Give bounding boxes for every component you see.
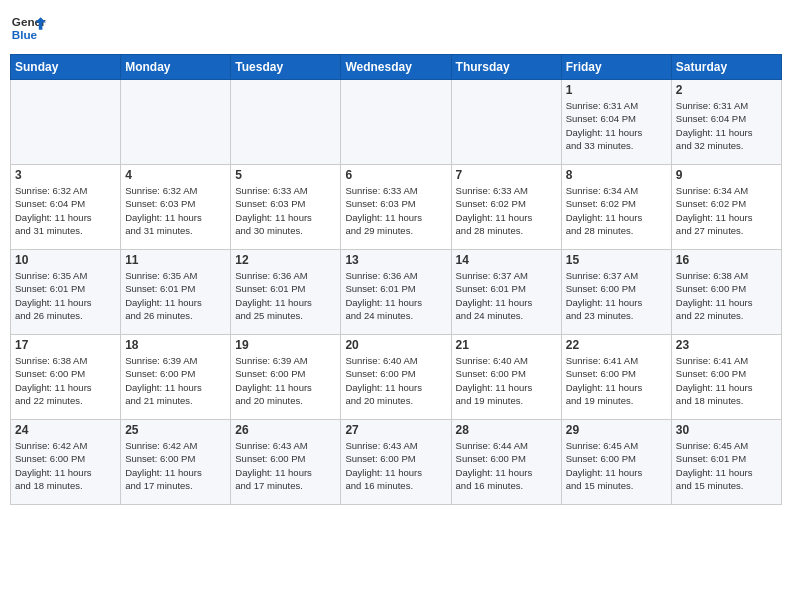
day-info: Sunrise: 6:32 AM Sunset: 6:03 PM Dayligh… [125, 184, 226, 237]
day-info: Sunrise: 6:42 AM Sunset: 6:00 PM Dayligh… [125, 439, 226, 492]
calendar-cell: 20Sunrise: 6:40 AM Sunset: 6:00 PM Dayli… [341, 335, 451, 420]
day-number: 8 [566, 168, 667, 182]
day-info: Sunrise: 6:35 AM Sunset: 6:01 PM Dayligh… [125, 269, 226, 322]
weekday-saturday: Saturday [671, 55, 781, 80]
calendar-cell: 6Sunrise: 6:33 AM Sunset: 6:03 PM Daylig… [341, 165, 451, 250]
calendar-cell: 24Sunrise: 6:42 AM Sunset: 6:00 PM Dayli… [11, 420, 121, 505]
calendar-cell: 11Sunrise: 6:35 AM Sunset: 6:01 PM Dayli… [121, 250, 231, 335]
calendar-cell: 26Sunrise: 6:43 AM Sunset: 6:00 PM Dayli… [231, 420, 341, 505]
day-info: Sunrise: 6:41 AM Sunset: 6:00 PM Dayligh… [676, 354, 777, 407]
page-header: General Blue [10, 10, 782, 46]
day-info: Sunrise: 6:40 AM Sunset: 6:00 PM Dayligh… [345, 354, 446, 407]
day-number: 18 [125, 338, 226, 352]
calendar-cell: 30Sunrise: 6:45 AM Sunset: 6:01 PM Dayli… [671, 420, 781, 505]
weekday-friday: Friday [561, 55, 671, 80]
calendar-cell: 9Sunrise: 6:34 AM Sunset: 6:02 PM Daylig… [671, 165, 781, 250]
calendar-cell: 23Sunrise: 6:41 AM Sunset: 6:00 PM Dayli… [671, 335, 781, 420]
day-info: Sunrise: 6:39 AM Sunset: 6:00 PM Dayligh… [235, 354, 336, 407]
calendar-cell: 15Sunrise: 6:37 AM Sunset: 6:00 PM Dayli… [561, 250, 671, 335]
day-number: 28 [456, 423, 557, 437]
calendar-cell: 25Sunrise: 6:42 AM Sunset: 6:00 PM Dayli… [121, 420, 231, 505]
day-number: 4 [125, 168, 226, 182]
week-row-1: 1Sunrise: 6:31 AM Sunset: 6:04 PM Daylig… [11, 80, 782, 165]
calendar-cell [341, 80, 451, 165]
day-number: 10 [15, 253, 116, 267]
day-number: 3 [15, 168, 116, 182]
day-number: 26 [235, 423, 336, 437]
day-number: 23 [676, 338, 777, 352]
weekday-thursday: Thursday [451, 55, 561, 80]
weekday-sunday: Sunday [11, 55, 121, 80]
calendar-cell: 21Sunrise: 6:40 AM Sunset: 6:00 PM Dayli… [451, 335, 561, 420]
day-info: Sunrise: 6:33 AM Sunset: 6:03 PM Dayligh… [235, 184, 336, 237]
day-info: Sunrise: 6:38 AM Sunset: 6:00 PM Dayligh… [15, 354, 116, 407]
day-number: 19 [235, 338, 336, 352]
day-info: Sunrise: 6:33 AM Sunset: 6:03 PM Dayligh… [345, 184, 446, 237]
day-number: 17 [15, 338, 116, 352]
day-info: Sunrise: 6:36 AM Sunset: 6:01 PM Dayligh… [345, 269, 446, 322]
calendar-table: SundayMondayTuesdayWednesdayThursdayFrid… [10, 54, 782, 505]
calendar-cell: 10Sunrise: 6:35 AM Sunset: 6:01 PM Dayli… [11, 250, 121, 335]
day-info: Sunrise: 6:40 AM Sunset: 6:00 PM Dayligh… [456, 354, 557, 407]
calendar-cell: 27Sunrise: 6:43 AM Sunset: 6:00 PM Dayli… [341, 420, 451, 505]
calendar-cell: 13Sunrise: 6:36 AM Sunset: 6:01 PM Dayli… [341, 250, 451, 335]
calendar-cell: 3Sunrise: 6:32 AM Sunset: 6:04 PM Daylig… [11, 165, 121, 250]
day-number: 30 [676, 423, 777, 437]
calendar-cell: 29Sunrise: 6:45 AM Sunset: 6:00 PM Dayli… [561, 420, 671, 505]
day-number: 9 [676, 168, 777, 182]
day-info: Sunrise: 6:38 AM Sunset: 6:00 PM Dayligh… [676, 269, 777, 322]
day-info: Sunrise: 6:45 AM Sunset: 6:00 PM Dayligh… [566, 439, 667, 492]
calendar-cell: 22Sunrise: 6:41 AM Sunset: 6:00 PM Dayli… [561, 335, 671, 420]
day-info: Sunrise: 6:37 AM Sunset: 6:01 PM Dayligh… [456, 269, 557, 322]
week-row-2: 3Sunrise: 6:32 AM Sunset: 6:04 PM Daylig… [11, 165, 782, 250]
logo-icon: General Blue [10, 10, 46, 46]
calendar-body: 1Sunrise: 6:31 AM Sunset: 6:04 PM Daylig… [11, 80, 782, 505]
calendar-cell: 2Sunrise: 6:31 AM Sunset: 6:04 PM Daylig… [671, 80, 781, 165]
day-number: 14 [456, 253, 557, 267]
day-info: Sunrise: 6:43 AM Sunset: 6:00 PM Dayligh… [235, 439, 336, 492]
week-row-4: 17Sunrise: 6:38 AM Sunset: 6:00 PM Dayli… [11, 335, 782, 420]
calendar-cell [231, 80, 341, 165]
day-info: Sunrise: 6:39 AM Sunset: 6:00 PM Dayligh… [125, 354, 226, 407]
calendar-cell [451, 80, 561, 165]
day-number: 20 [345, 338, 446, 352]
day-info: Sunrise: 6:36 AM Sunset: 6:01 PM Dayligh… [235, 269, 336, 322]
weekday-wednesday: Wednesday [341, 55, 451, 80]
day-info: Sunrise: 6:32 AM Sunset: 6:04 PM Dayligh… [15, 184, 116, 237]
day-number: 21 [456, 338, 557, 352]
weekday-tuesday: Tuesday [231, 55, 341, 80]
day-info: Sunrise: 6:34 AM Sunset: 6:02 PM Dayligh… [676, 184, 777, 237]
day-info: Sunrise: 6:43 AM Sunset: 6:00 PM Dayligh… [345, 439, 446, 492]
day-info: Sunrise: 6:31 AM Sunset: 6:04 PM Dayligh… [676, 99, 777, 152]
day-info: Sunrise: 6:44 AM Sunset: 6:00 PM Dayligh… [456, 439, 557, 492]
calendar-cell: 8Sunrise: 6:34 AM Sunset: 6:02 PM Daylig… [561, 165, 671, 250]
day-number: 1 [566, 83, 667, 97]
calendar-cell: 14Sunrise: 6:37 AM Sunset: 6:01 PM Dayli… [451, 250, 561, 335]
week-row-3: 10Sunrise: 6:35 AM Sunset: 6:01 PM Dayli… [11, 250, 782, 335]
day-number: 15 [566, 253, 667, 267]
calendar-cell: 17Sunrise: 6:38 AM Sunset: 6:00 PM Dayli… [11, 335, 121, 420]
day-number: 24 [15, 423, 116, 437]
day-number: 22 [566, 338, 667, 352]
calendar-cell: 5Sunrise: 6:33 AM Sunset: 6:03 PM Daylig… [231, 165, 341, 250]
day-number: 13 [345, 253, 446, 267]
day-number: 7 [456, 168, 557, 182]
day-number: 6 [345, 168, 446, 182]
calendar-cell: 1Sunrise: 6:31 AM Sunset: 6:04 PM Daylig… [561, 80, 671, 165]
calendar-cell: 18Sunrise: 6:39 AM Sunset: 6:00 PM Dayli… [121, 335, 231, 420]
day-info: Sunrise: 6:31 AM Sunset: 6:04 PM Dayligh… [566, 99, 667, 152]
calendar-cell: 28Sunrise: 6:44 AM Sunset: 6:00 PM Dayli… [451, 420, 561, 505]
calendar-cell: 19Sunrise: 6:39 AM Sunset: 6:00 PM Dayli… [231, 335, 341, 420]
day-number: 2 [676, 83, 777, 97]
logo: General Blue [10, 10, 46, 46]
day-info: Sunrise: 6:34 AM Sunset: 6:02 PM Dayligh… [566, 184, 667, 237]
day-number: 11 [125, 253, 226, 267]
day-info: Sunrise: 6:41 AM Sunset: 6:00 PM Dayligh… [566, 354, 667, 407]
svg-text:Blue: Blue [12, 28, 38, 41]
day-info: Sunrise: 6:45 AM Sunset: 6:01 PM Dayligh… [676, 439, 777, 492]
day-number: 27 [345, 423, 446, 437]
calendar-cell [11, 80, 121, 165]
calendar-cell: 7Sunrise: 6:33 AM Sunset: 6:02 PM Daylig… [451, 165, 561, 250]
day-number: 29 [566, 423, 667, 437]
weekday-header-row: SundayMondayTuesdayWednesdayThursdayFrid… [11, 55, 782, 80]
